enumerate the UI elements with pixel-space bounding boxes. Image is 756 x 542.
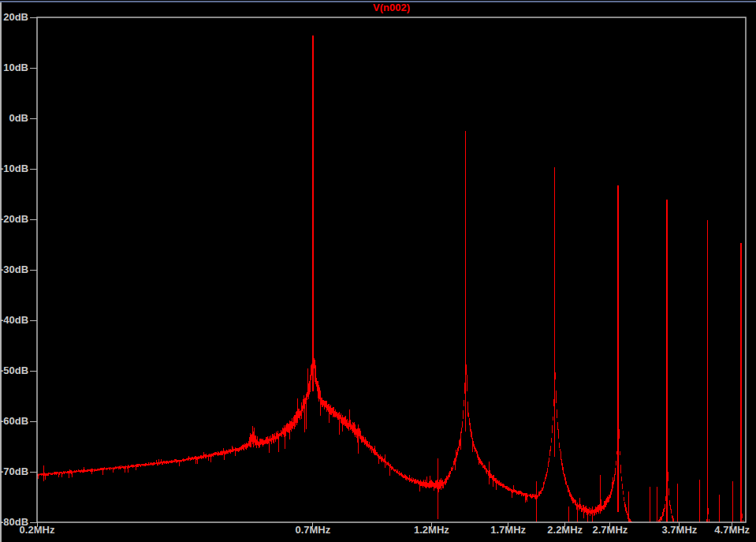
x-axis-label: 1.7MHz <box>477 524 540 536</box>
x-axis-label: 2.7MHz <box>579 524 642 536</box>
y-axis-label: -10dB <box>0 163 28 174</box>
y-axis-label: -20dB <box>0 213 28 225</box>
noise-floor-trace <box>37 349 743 533</box>
y-axis-label: 20dB <box>0 11 28 23</box>
x-axis-label: 1.2MHz <box>400 524 463 536</box>
fft-trace[interactable] <box>37 36 743 533</box>
y-axis-label: -50dB <box>0 364 28 376</box>
y-axis-label: -60dB <box>0 415 28 427</box>
axis-ticks <box>30 17 732 527</box>
y-axis-label: -70dB <box>0 465 28 477</box>
y-axis-label: 10dB <box>0 62 28 73</box>
x-axis-label: 4.7MHz <box>701 524 756 536</box>
y-axis-label: 0dB <box>0 112 28 124</box>
spur-spikes <box>43 458 733 525</box>
y-axis-label: -30dB <box>0 264 28 275</box>
plot-border <box>37 17 746 522</box>
x-axis-label: 0.7MHz <box>281 524 344 536</box>
waveform-pane: V(n002) 20dB10dB0dB-10dB-20dB-30dB-40dB-… <box>0 0 756 542</box>
y-axis-label: -40dB <box>0 314 28 326</box>
fft-plot-area[interactable] <box>0 0 756 542</box>
x-axis-label: 0.2MHz <box>6 524 69 536</box>
